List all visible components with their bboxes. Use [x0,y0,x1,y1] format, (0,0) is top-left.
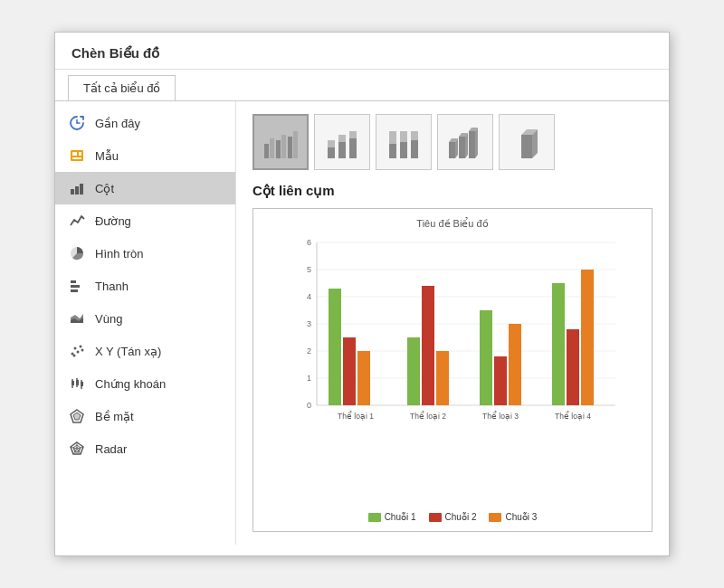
svg-point-18 [80,346,82,348]
svg-text:0: 0 [307,401,311,410]
sidebar-item-area[interactable]: Vùng [55,302,235,335]
bar-chart-area: 0 1 2 3 4 5 6 [262,233,643,508]
svg-rect-44 [328,140,335,147]
area-icon [68,309,86,327]
bar-cat4-s1 [552,283,565,405]
svg-rect-2 [71,150,83,161]
svg-text:2: 2 [307,346,311,356]
svg-marker-63 [475,128,478,158]
svg-rect-42 [293,131,298,158]
sidebar-item-pie[interactable]: Hình tròn [55,237,235,270]
svg-marker-28 [73,413,81,420]
svg-rect-55 [449,142,455,158]
sidebar-item-scatter[interactable]: X Y (Tán xạ) [55,335,235,367]
svg-rect-6 [71,189,74,194]
template-icon [68,147,86,165]
sidebar-label-surface: Bề mặt [95,410,134,423]
bar-cat4-s3 [581,270,594,405]
sidebar-item-column[interactable]: Cột [55,172,235,204]
svg-point-16 [74,347,77,350]
bar-cat3-s3 [509,324,521,405]
sidebar-label-template: Mẫu [95,149,119,163]
svg-rect-10 [71,280,76,283]
sidebar-item-template[interactable]: Mẫu [55,139,235,172]
svg-rect-47 [349,138,357,158]
sidebar-label-line: Đường [95,214,131,228]
svg-rect-54 [411,140,418,158]
svg-rect-39 [276,140,281,158]
svg-marker-60 [465,133,468,158]
bar-cat1-s3 [357,351,370,405]
svg-rect-52 [400,142,407,158]
sidebar-item-surface[interactable]: Bề mặt [55,400,235,432]
legend-dot-series3 [489,513,501,522]
stock-icon [68,375,86,393]
legend-label-series3: Chuỗi 3 [505,512,537,522]
svg-rect-7 [75,186,79,194]
svg-text:3: 3 [307,319,311,328]
svg-rect-37 [264,144,269,158]
chart-type-stacked[interactable] [314,114,370,170]
legend-label-series2: Chuỗi 2 [445,512,477,522]
svg-rect-48 [349,131,357,138]
svg-rect-61 [469,131,475,158]
bar-cat2-s3 [436,351,449,405]
tab-all-charts[interactable]: Tất cả biểu đồ [68,75,176,100]
chart-type-clustered[interactable] [252,114,309,170]
surface-icon [68,407,86,425]
bar-cat3-s1 [480,310,492,405]
svg-rect-8 [80,184,83,194]
insert-chart-dialog: Chèn Biểu đồ Tất cả biểu đồ Gần đây [54,32,670,556]
sidebar-item-recent[interactable]: Gần đây [55,107,235,139]
svg-point-19 [81,349,84,352]
svg-rect-26 [81,382,83,386]
svg-text:6: 6 [307,238,311,247]
svg-rect-41 [288,137,292,158]
svg-rect-43 [328,147,335,158]
svg-rect-4 [79,152,81,156]
svg-rect-3 [72,152,77,156]
main-panel: Cột liên cụm Tiêu đề Biểu đồ [236,101,669,545]
sidebar-label-stock: Chứng khoán [95,377,166,391]
radar-icon [68,440,86,458]
bar-cat1-s2 [343,337,356,405]
sidebar-item-line[interactable]: Đường [55,204,235,237]
chart-type-100stacked[interactable] [376,114,432,170]
sidebar-label-column: Cột [95,182,114,195]
svg-text:Thể loại 1: Thể loại 1 [338,411,374,421]
legend-label-series1: Chuỗi 1 [385,512,416,522]
svg-rect-58 [459,137,465,158]
svg-rect-38 [270,138,274,158]
sidebar-label-recent: Gần đây [95,117,140,130]
svg-rect-22 [71,381,74,385]
chart-type-3d-clustered[interactable] [437,114,493,170]
legend-series1: Chuỗi 1 [368,512,416,522]
bar-cat2-s2 [422,286,434,405]
legend-dot-series1 [368,513,381,522]
sidebar: Gần đây Mẫu [55,101,236,545]
chart-label: Cột liên cụm [252,183,653,199]
svg-rect-45 [338,142,346,158]
sidebar-label-area: Vùng [95,312,122,326]
content-area: Gần đây Mẫu [55,101,669,545]
svg-text:5: 5 [307,265,311,274]
bar-chart-svg: 0 1 2 3 4 5 6 [262,233,643,432]
chart-preview: Tiêu đề Biểu đồ 0 [252,208,653,532]
bar-cat4-s2 [567,329,579,405]
column-icon [68,179,86,197]
bar-cat3-s2 [494,356,507,405]
dialog-title: Chèn Biểu đồ [55,33,669,70]
svg-text:1: 1 [307,374,311,383]
sidebar-item-radar[interactable]: Radar [55,432,235,465]
scatter-icon [68,342,86,360]
legend-series2: Chuỗi 2 [429,512,477,522]
sidebar-item-stock[interactable]: Chứng khoán [55,367,235,400]
tab-bar: Tất cả biểu đồ [55,70,669,101]
sidebar-item-bar[interactable]: Thanh [55,270,235,302]
chart-preview-title: Tiêu đề Biểu đồ [262,218,643,230]
line-icon [68,212,86,230]
legend-dot-series2 [429,513,442,522]
svg-rect-11 [71,285,80,288]
svg-rect-5 [72,157,81,159]
chart-type-3d-column[interactable] [499,114,555,170]
